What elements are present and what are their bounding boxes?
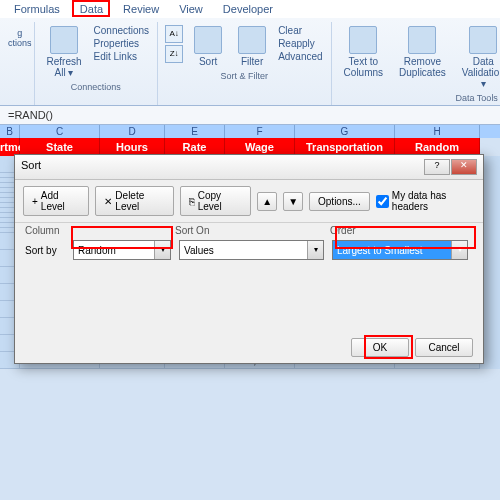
validation-icon (469, 26, 497, 54)
refresh-icon (50, 26, 78, 54)
add-level-button[interactable]: +Add Level (23, 186, 89, 216)
col-f[interactable]: F (225, 125, 295, 138)
plus-icon: + (32, 196, 38, 207)
connections-label: Connections (41, 82, 152, 92)
highlight-data-tab (72, 0, 110, 17)
headers-checkbox-row[interactable]: My data has headers (376, 190, 475, 212)
copy-icon: ⎘ (189, 196, 195, 207)
tab-review[interactable]: Review (113, 0, 169, 18)
tab-formulas[interactable]: Formulas (4, 0, 70, 18)
move-down-button[interactable]: ▼ (283, 192, 303, 211)
chevron-down-icon: ▾ (307, 241, 323, 259)
tab-view[interactable]: View (169, 0, 213, 18)
filter-button[interactable]: Filter (232, 24, 272, 69)
col-c[interactable]: C (20, 125, 100, 138)
edit-links-button[interactable]: Edit Links (92, 50, 152, 63)
help-button[interactable]: ? (424, 159, 450, 175)
column-letters: B C D E F G H (0, 125, 500, 138)
reapply-button[interactable]: Reapply (276, 37, 324, 50)
dialog-titlebar[interactable]: Sort ? ✕ (15, 155, 483, 180)
col-h[interactable]: H (395, 125, 480, 138)
highlight-order (335, 226, 476, 249)
data-validation-button[interactable]: DataValidation ▾ (456, 24, 500, 91)
highlight-sortby (71, 226, 173, 249)
remove-duplicates-button[interactable]: RemoveDuplicates (393, 24, 452, 91)
filter-icon (238, 26, 266, 54)
clear-button[interactable]: Clear (276, 24, 324, 37)
dialog-title: Sort (21, 159, 41, 175)
text-to-columns-button[interactable]: Text toColumns (338, 24, 389, 91)
highlight-ok (364, 335, 413, 359)
copy-level-button[interactable]: ⎘Copy Level (180, 186, 252, 216)
sortby-label: Sort by (25, 245, 73, 256)
sorton-header: Sort On (175, 225, 330, 236)
dialog-toolbar: +Add Level ✕Delete Level ⎘Copy Level ▲ ▼… (15, 180, 483, 223)
headers-checkbox[interactable] (376, 195, 389, 208)
options-button[interactable]: Options... (309, 192, 370, 211)
x-icon: ✕ (104, 196, 112, 207)
sortfilter-label: Sort & Filter (164, 71, 324, 81)
sort-az-button[interactable]: A↓ (165, 25, 183, 43)
sort-za-button[interactable]: Z↓ (165, 45, 183, 63)
refresh-all-button[interactable]: RefreshAll ▾ (41, 24, 88, 80)
close-button[interactable]: ✕ (451, 159, 477, 175)
cancel-button[interactable]: Cancel (415, 338, 473, 357)
delete-level-button[interactable]: ✕Delete Level (95, 186, 173, 216)
datatools-label: Data Tools (338, 93, 500, 103)
col-e[interactable]: E (165, 125, 225, 138)
tab-developer[interactable]: Developer (213, 0, 283, 18)
col-g[interactable]: G (295, 125, 395, 138)
sort-dialog: Sort ? ✕ +Add Level ✕Delete Level ⎘Copy … (14, 154, 484, 364)
existing-connections-stub[interactable]: gctions (8, 24, 32, 48)
formula-bar[interactable]: =RAND() (0, 106, 500, 125)
col-b[interactable]: B (0, 125, 20, 138)
sort-icon (194, 26, 222, 54)
sorton-combo[interactable]: Values▾ (179, 240, 324, 260)
advanced-button[interactable]: Advanced (276, 50, 324, 63)
sort-button[interactable]: Sort (188, 24, 228, 69)
col-d[interactable]: D (100, 125, 165, 138)
move-up-button[interactable]: ▲ (257, 192, 277, 211)
ribbon: gctions RefreshAll ▾ Connections Propert… (0, 18, 500, 106)
properties-button[interactable]: Properties (92, 37, 152, 50)
remove-dup-icon (408, 26, 436, 54)
connections-button[interactable]: Connections (92, 24, 152, 37)
text-columns-icon (349, 26, 377, 54)
